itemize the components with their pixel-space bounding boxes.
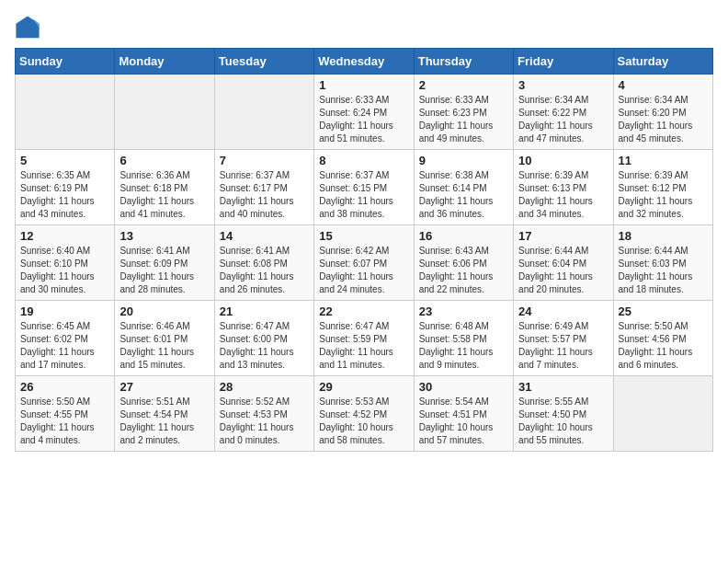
calendar-cell: 7Sunrise: 6:37 AM Sunset: 6:17 PM Daylig… [214, 150, 313, 225]
weekday-header-tuesday: Tuesday [214, 49, 313, 75]
calendar-cell [613, 376, 712, 452]
cell-text: Sunrise: 6:34 AM Sunset: 6:20 PM Dayligh… [619, 94, 708, 145]
cell-text: Sunrise: 6:44 AM Sunset: 6:03 PM Dayligh… [619, 245, 708, 296]
cell-text: Sunrise: 6:41 AM Sunset: 6:08 PM Dayligh… [220, 245, 309, 296]
calendar-cell: 16Sunrise: 6:43 AM Sunset: 6:06 PM Dayli… [414, 225, 513, 301]
cell-text: Sunrise: 5:51 AM Sunset: 4:54 PM Dayligh… [119, 396, 209, 447]
logo [15, 15, 44, 40]
svg-marker-0 [16, 16, 39, 38]
weekday-header-wednesday: Wednesday [314, 49, 414, 75]
calendar-cell: 17Sunrise: 6:44 AM Sunset: 6:04 PM Dayli… [514, 225, 613, 301]
cell-text: Sunrise: 6:44 AM Sunset: 6:04 PM Dayligh… [518, 245, 608, 296]
calendar-cell [16, 75, 115, 150]
day-number: 11 [619, 154, 708, 167]
calendar-cell: 28Sunrise: 5:52 AM Sunset: 4:53 PM Dayli… [214, 376, 313, 452]
calendar-cell: 3Sunrise: 6:34 AM Sunset: 6:22 PM Daylig… [514, 75, 613, 150]
cell-text: Sunrise: 6:38 AM Sunset: 6:14 PM Dayligh… [419, 169, 508, 221]
day-number: 4 [619, 78, 708, 92]
day-number: 15 [319, 229, 408, 243]
cell-text: Sunrise: 6:48 AM Sunset: 5:58 PM Dayligh… [419, 320, 508, 372]
day-number: 10 [518, 154, 608, 167]
calendar-cell: 1Sunrise: 6:33 AM Sunset: 6:24 PM Daylig… [314, 75, 414, 150]
day-number: 2 [419, 78, 508, 92]
day-number: 13 [119, 229, 209, 243]
day-number: 14 [220, 229, 309, 243]
calendar-cell: 23Sunrise: 6:48 AM Sunset: 5:58 PM Dayli… [414, 301, 513, 376]
cell-text: Sunrise: 5:54 AM Sunset: 4:51 PM Dayligh… [419, 396, 508, 447]
calendar-cell: 6Sunrise: 6:36 AM Sunset: 6:18 PM Daylig… [115, 150, 214, 225]
day-number: 20 [119, 304, 209, 318]
cell-text: Sunrise: 6:35 AM Sunset: 6:19 PM Dayligh… [20, 169, 109, 221]
day-number: 29 [319, 380, 408, 394]
calendar-cell [214, 75, 313, 150]
calendar-cell: 29Sunrise: 5:53 AM Sunset: 4:52 PM Dayli… [314, 376, 414, 452]
day-number: 1 [319, 78, 408, 92]
cell-text: Sunrise: 6:33 AM Sunset: 6:24 PM Dayligh… [319, 94, 408, 145]
calendar-cell: 14Sunrise: 6:41 AM Sunset: 6:08 PM Dayli… [214, 225, 313, 301]
calendar-cell: 30Sunrise: 5:54 AM Sunset: 4:51 PM Dayli… [414, 376, 513, 452]
cell-text: Sunrise: 6:46 AM Sunset: 6:01 PM Dayligh… [119, 320, 209, 372]
calendar-cell: 13Sunrise: 6:41 AM Sunset: 6:09 PM Dayli… [115, 225, 214, 301]
cell-text: Sunrise: 5:50 AM Sunset: 4:55 PM Dayligh… [20, 396, 109, 447]
cell-text: Sunrise: 6:37 AM Sunset: 6:17 PM Dayligh… [220, 169, 309, 221]
cell-text: Sunrise: 6:45 AM Sunset: 6:02 PM Dayligh… [20, 320, 109, 372]
weekday-header-monday: Monday [115, 49, 214, 75]
calendar-cell: 12Sunrise: 6:40 AM Sunset: 6:10 PM Dayli… [16, 225, 115, 301]
page-header [15, 15, 713, 40]
day-number: 8 [319, 154, 408, 167]
cell-text: Sunrise: 6:37 AM Sunset: 6:15 PM Dayligh… [319, 169, 408, 221]
calendar-cell: 26Sunrise: 5:50 AM Sunset: 4:55 PM Dayli… [16, 376, 115, 452]
calendar-cell: 24Sunrise: 6:49 AM Sunset: 5:57 PM Dayli… [514, 301, 613, 376]
calendar-cell: 9Sunrise: 6:38 AM Sunset: 6:14 PM Daylig… [414, 150, 513, 225]
day-number: 16 [419, 229, 508, 243]
cell-text: Sunrise: 5:55 AM Sunset: 4:50 PM Dayligh… [518, 396, 608, 447]
day-number: 30 [419, 380, 508, 394]
calendar-cell [115, 75, 214, 150]
cell-text: Sunrise: 5:53 AM Sunset: 4:52 PM Dayligh… [319, 396, 408, 447]
calendar-cell: 5Sunrise: 6:35 AM Sunset: 6:19 PM Daylig… [16, 150, 115, 225]
cell-text: Sunrise: 6:47 AM Sunset: 6:00 PM Dayligh… [220, 320, 309, 372]
day-number: 5 [20, 154, 109, 167]
calendar-cell: 27Sunrise: 5:51 AM Sunset: 4:54 PM Dayli… [115, 376, 214, 452]
cell-text: Sunrise: 6:33 AM Sunset: 6:23 PM Dayligh… [419, 94, 508, 145]
weekday-header-saturday: Saturday [613, 49, 712, 75]
calendar-table: SundayMondayTuesdayWednesdayThursdayFrid… [15, 48, 713, 452]
day-number: 31 [518, 380, 608, 394]
calendar-cell: 18Sunrise: 6:44 AM Sunset: 6:03 PM Dayli… [613, 225, 712, 301]
weekday-header-sunday: Sunday [16, 49, 115, 75]
cell-text: Sunrise: 6:41 AM Sunset: 6:09 PM Dayligh… [119, 245, 209, 296]
calendar-cell: 31Sunrise: 5:55 AM Sunset: 4:50 PM Dayli… [514, 376, 613, 452]
day-number: 25 [619, 304, 708, 318]
day-number: 26 [20, 380, 109, 394]
cell-text: Sunrise: 6:40 AM Sunset: 6:10 PM Dayligh… [20, 245, 109, 296]
day-number: 3 [518, 78, 608, 92]
calendar-cell: 25Sunrise: 5:50 AM Sunset: 4:56 PM Dayli… [613, 301, 712, 376]
day-number: 27 [119, 380, 209, 394]
day-number: 23 [419, 304, 508, 318]
calendar-cell: 20Sunrise: 6:46 AM Sunset: 6:01 PM Dayli… [115, 301, 214, 376]
cell-text: Sunrise: 5:52 AM Sunset: 4:53 PM Dayligh… [220, 396, 309, 447]
cell-text: Sunrise: 6:49 AM Sunset: 5:57 PM Dayligh… [518, 320, 608, 372]
day-number: 22 [319, 304, 408, 318]
cell-text: Sunrise: 6:34 AM Sunset: 6:22 PM Dayligh… [518, 94, 608, 145]
calendar-cell: 22Sunrise: 6:47 AM Sunset: 5:59 PM Dayli… [314, 301, 414, 376]
calendar-cell: 11Sunrise: 6:39 AM Sunset: 6:12 PM Dayli… [613, 150, 712, 225]
calendar-cell: 4Sunrise: 6:34 AM Sunset: 6:20 PM Daylig… [613, 75, 712, 150]
calendar-cell: 21Sunrise: 6:47 AM Sunset: 6:00 PM Dayli… [214, 301, 313, 376]
day-number: 24 [518, 304, 608, 318]
calendar-cell: 8Sunrise: 6:37 AM Sunset: 6:15 PM Daylig… [314, 150, 414, 225]
cell-text: Sunrise: 5:50 AM Sunset: 4:56 PM Dayligh… [619, 320, 708, 372]
cell-text: Sunrise: 6:39 AM Sunset: 6:12 PM Dayligh… [619, 169, 708, 221]
cell-text: Sunrise: 6:42 AM Sunset: 6:07 PM Dayligh… [319, 245, 408, 296]
logo-icon [15, 15, 40, 40]
calendar-cell: 19Sunrise: 6:45 AM Sunset: 6:02 PM Dayli… [16, 301, 115, 376]
cell-text: Sunrise: 6:43 AM Sunset: 6:06 PM Dayligh… [419, 245, 508, 296]
day-number: 19 [20, 304, 109, 318]
calendar-cell: 15Sunrise: 6:42 AM Sunset: 6:07 PM Dayli… [314, 225, 414, 301]
day-number: 18 [619, 229, 708, 243]
cell-text: Sunrise: 6:39 AM Sunset: 6:13 PM Dayligh… [518, 169, 608, 221]
cell-text: Sunrise: 6:47 AM Sunset: 5:59 PM Dayligh… [319, 320, 408, 372]
calendar-cell: 2Sunrise: 6:33 AM Sunset: 6:23 PM Daylig… [414, 75, 513, 150]
day-number: 9 [419, 154, 508, 167]
day-number: 12 [20, 229, 109, 243]
